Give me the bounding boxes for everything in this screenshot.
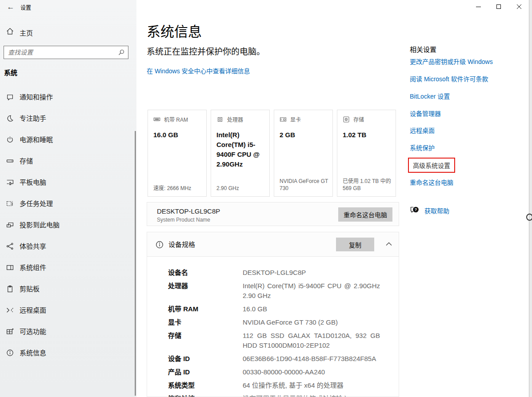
system-protection-link[interactable]: 系统保护 xyxy=(410,143,435,152)
windows-security-link[interactable]: 在 Windows 安全中心中查看详细信息 xyxy=(147,66,250,75)
card-label: 存储 xyxy=(353,115,364,123)
sidebar-item-clipboard[interactable]: 剪贴板 xyxy=(0,278,132,300)
spec-label: 设备名 xyxy=(168,268,243,278)
spec-value: 没有可用于此显示器的笔或触控输入 xyxy=(243,394,380,397)
rename-pc-button[interactable]: 重命名这台电脑 xyxy=(338,207,392,222)
ram-card: 机带 RAM 16.0 GB 速度: 2666 MHz xyxy=(148,110,207,197)
focus-assist-icon xyxy=(6,115,14,122)
sidebar-item-label: 可选功能 xyxy=(20,321,46,342)
spec-value: 00330-80000-00000-AA240 xyxy=(243,367,380,377)
sidebar-item-focus-assist[interactable]: 专注助手 xyxy=(0,108,132,129)
device-specs-table: 设备名 DESKTOP-LGL9C8P 处理器 Intel(R) Core(TM… xyxy=(147,257,399,397)
spec-row: 笔和触控 没有可用于此显示器的笔或触控输入 xyxy=(168,394,380,397)
cpu-icon xyxy=(216,116,224,123)
maximize-button[interactable] xyxy=(488,0,509,13)
optional-features-icon xyxy=(6,328,14,335)
spec-row: 产品 ID 00330-80000-00000-AA240 xyxy=(168,367,380,377)
spec-value: 64 位操作系统, 基于 x64 的处理器 xyxy=(243,381,380,390)
card-label: 机带 RAM xyxy=(164,115,188,123)
get-help-label: 获取帮助 xyxy=(424,206,449,215)
spec-value: 06E36B66-1D90-4148-B58F-F773B824F85A xyxy=(243,354,380,364)
settings-window: ← 设置 主页 系统 通知和操作 xyxy=(0,0,532,397)
sidebar-item-label: 电源和睡眠 xyxy=(20,129,53,151)
card-label: 处理器 xyxy=(227,115,243,123)
sidebar-item-label: 系统信息 xyxy=(20,342,46,364)
sidebar-item-label: 体验共享 xyxy=(20,236,46,257)
spec-label: 产品 ID xyxy=(168,367,243,377)
clipboard-icon xyxy=(6,285,14,293)
bitlocker-settings-link[interactable]: BitLocker 设置 xyxy=(410,91,450,100)
spec-value: NVIDIA GeForce GT 730 (2 GB) xyxy=(243,318,380,327)
card-value: 1.02 TB xyxy=(343,130,390,140)
sidebar-item-tablet[interactable]: 平板电脑 xyxy=(0,172,132,193)
spec-value: 16.0 GB xyxy=(243,304,380,314)
device-manager-link[interactable]: 设备管理器 xyxy=(410,109,441,118)
disk-icon xyxy=(343,116,350,123)
spec-label: 机带 RAM xyxy=(168,304,243,314)
card-label: 显卡 xyxy=(290,115,301,123)
sidebar-item-label: 主页 xyxy=(20,28,33,37)
spec-value: DESKTOP-LGL9C8P xyxy=(243,268,380,278)
spec-value: Intel(R) Core(TM) i5-9400F CPU @ 2.90GHz… xyxy=(243,281,380,301)
sidebar-item-multitasking[interactable]: 多任务处理 xyxy=(0,193,132,214)
spec-row: 设备 ID 06E36B66-1D90-4148-B58F-F773B824F8… xyxy=(168,354,380,364)
card-value: 2 GB xyxy=(280,130,327,140)
shared-experiences-icon xyxy=(6,242,14,250)
search-icon[interactable] xyxy=(118,49,125,56)
gpu-icon xyxy=(280,116,287,123)
notifications-icon xyxy=(6,93,14,101)
device-product-name: System Product Name xyxy=(157,217,210,223)
rename-pc-link[interactable]: 重命名这台电脑 xyxy=(410,178,453,187)
sidebar-item-label: 平板电脑 xyxy=(20,172,46,193)
sidebar-item-label: 多任务处理 xyxy=(20,193,53,214)
sidebar-item-shared-experiences[interactable]: 体验共享 xyxy=(0,236,132,257)
window-scrollbar[interactable] xyxy=(529,0,532,397)
power-sleep-icon xyxy=(6,136,14,143)
license-terms-link[interactable]: 阅读 Microsoft 软件许可条款 xyxy=(410,74,488,83)
minimize-button[interactable] xyxy=(468,0,488,13)
search-input[interactable] xyxy=(8,46,115,59)
spec-label: 笔和触控 xyxy=(168,394,243,397)
sidebar-item-about[interactable]: 系统信息 xyxy=(0,342,132,364)
multitasking-icon xyxy=(6,200,14,207)
spec-label: 设备 ID xyxy=(168,354,243,364)
sidebar-item-notifications[interactable]: 通知和操作 xyxy=(0,87,132,108)
sidebar-item-power-sleep[interactable]: 电源和睡眠 xyxy=(0,129,132,151)
gpu-card: 显卡 2 GB NVIDIA GeForce GT 730 xyxy=(274,110,333,197)
remote-desktop-link[interactable]: 远程桌面 xyxy=(410,126,435,135)
home-icon xyxy=(6,28,14,35)
spec-row: 存储 112 GB SSD GALAX TA1D0120A, 932 GB HD… xyxy=(168,331,380,350)
get-help-link[interactable]: ? 获取帮助 xyxy=(410,206,449,215)
card-footnote: 已使用 1.02 TB 中的 569 GB xyxy=(343,178,392,192)
ram-icon xyxy=(153,116,160,123)
sidebar-item-optional-features[interactable]: 可选功能 xyxy=(0,321,132,342)
spec-label: 存储 xyxy=(168,331,243,350)
sidebar-item-storage[interactable]: 存储 xyxy=(0,151,132,172)
back-arrow-icon[interactable]: ← xyxy=(4,2,17,12)
sidebar-item-project-to-pc[interactable]: 投影到此电脑 xyxy=(0,214,132,236)
window-controls xyxy=(468,0,529,13)
sidebar-scrollbar[interactable] xyxy=(135,131,136,396)
spec-label: 显卡 xyxy=(168,318,243,327)
sidebar-item-home[interactable]: 主页 xyxy=(0,23,132,41)
spec-cards: 机带 RAM 16.0 GB 速度: 2666 MHz 处理器 Intel(R)… xyxy=(148,110,399,197)
copy-button[interactable]: 复制 xyxy=(336,238,374,251)
change-product-key-link[interactable]: 更改产品密钥或升级 Windows xyxy=(410,57,493,66)
app-title: 设置 xyxy=(20,4,31,11)
chevron-up-icon[interactable] xyxy=(386,242,392,246)
device-specs-header[interactable]: 设备规格 复制 xyxy=(147,232,399,257)
close-button[interactable] xyxy=(509,0,529,13)
card-value: 16.0 GB xyxy=(153,130,201,140)
sidebar: ← 设置 主页 系统 通知和操作 xyxy=(0,0,136,397)
page-subtitle: 系统正在监控并保护你的电脑。 xyxy=(147,45,265,57)
help-bubble-icon: ? xyxy=(410,206,420,215)
sidebar-item-remote-desktop[interactable]: 远程桌面 xyxy=(0,300,132,321)
sidebar-item-system-components[interactable]: 系统组件 xyxy=(0,257,132,278)
spec-label: 系统类型 xyxy=(168,381,243,390)
spec-label: 处理器 xyxy=(168,281,243,301)
info-icon xyxy=(156,241,164,249)
device-name-bar: DESKTOP-LGL9C8P System Product Name 重命名这… xyxy=(147,202,399,226)
page-title: 系统信息 xyxy=(147,20,202,40)
advanced-system-settings-link[interactable]: 高级系统设置 xyxy=(408,158,455,173)
device-name: DESKTOP-LGL9C8P xyxy=(157,207,220,215)
